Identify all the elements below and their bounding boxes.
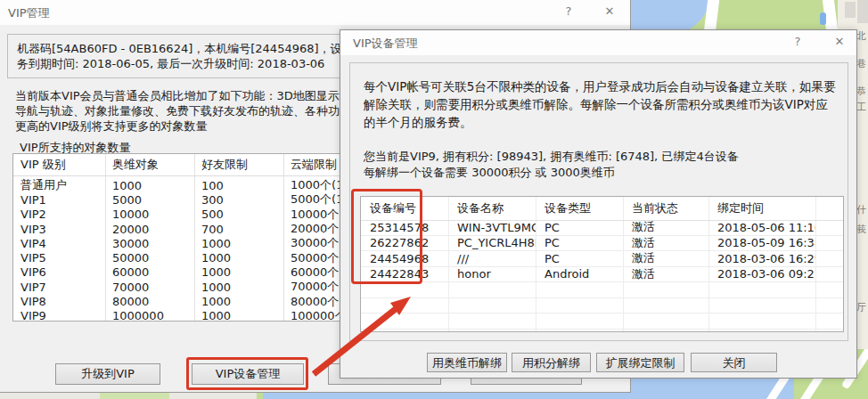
table-cell: VIP9 — [13, 309, 105, 322]
screen: 北 巷 恭 工 什 莪 厅 VIP管理 ? ✕ 机器码[54AB60FD - 0… — [0, 0, 868, 399]
map-building — [845, 2, 856, 18]
table-cell: 激活 — [623, 235, 708, 251]
map-street-label: 北 — [856, 29, 868, 43]
unbind-with-points-button[interactable]: 用积分解绑 — [512, 353, 591, 372]
table-cell: 1000 — [194, 295, 283, 308]
table-cell: 激活 — [623, 219, 708, 235]
table-cell: WIN-3VTL9MQ... — [448, 221, 536, 234]
table-row[interactable] — [361, 298, 843, 314]
table-cell: 激活 — [623, 250, 708, 266]
unbind-with-coin-button[interactable]: 用奥维币解绑 — [427, 353, 507, 372]
table-cell: 1000 — [194, 281, 283, 294]
table-cell: 80000 — [105, 295, 194, 308]
table-cell: VIP4 — [13, 237, 105, 250]
close-icon[interactable]: ✕ — [826, 33, 853, 51]
table-cell: 2018-03-06 16:29 — [708, 252, 815, 265]
help-icon[interactable]: ? — [555, 3, 582, 20]
column-header[interactable]: 好友限制 — [194, 157, 283, 173]
table-cell: /// — [448, 252, 536, 265]
table-cell: PC — [536, 252, 623, 265]
table-cell: honor — [448, 267, 536, 281]
close-icon[interactable]: ✕ — [596, 3, 623, 20]
column-header[interactable]: 当前状态 — [623, 200, 708, 216]
map-street-label: 恭 — [856, 85, 868, 98]
dialog-title: VIP设备管理 — [353, 36, 418, 52]
table-cell: 1000 — [194, 251, 283, 265]
table-cell: 100 — [194, 179, 283, 192]
extend-binding-limit-button[interactable]: 扩展绑定限制 — [596, 353, 684, 372]
help-icon[interactable]: ? — [784, 33, 811, 51]
table-row[interactable]: 26227862PC_YICRL4H8E...PC激活2018-05-09 16… — [361, 236, 843, 252]
map-street-label: 巷 — [856, 57, 868, 70]
annotation-box-device-id-column — [351, 189, 422, 284]
device-binding-description: 每个VIP帐号可关联5台不限种类的设备，用户登录成功后会自动与设备建立关联，如果… — [364, 77, 839, 131]
table-cell: VIP7 — [13, 281, 105, 294]
bound-device-table: 设备编号 设备名称 设备类型 当前状态 绑定时间 25314578WIN-3VT… — [360, 196, 844, 332]
table-cell: 2018-05-06 11:10 — [708, 221, 815, 234]
account-status-line: 您当前是VIP9, 拥有积分: [98943], 拥有奥维币: [6748], … — [364, 149, 739, 165]
column-header[interactable]: VIP 级别 — [13, 157, 105, 173]
window-titlebar: VIP管理 ? ✕ — [0, 0, 630, 25]
column-header[interactable]: 绑定时间 — [708, 200, 815, 216]
table-cell: 1000 — [194, 237, 283, 250]
table-cell: Android — [536, 267, 623, 281]
table-cell: 10000 — [105, 208, 194, 221]
table-cell: 20000 — [105, 223, 194, 236]
table-cell: 60000 — [105, 265, 194, 279]
table-cell: PC — [536, 221, 623, 234]
table-cell: 500 — [194, 208, 283, 221]
map-street-label: 莪 — [856, 223, 868, 236]
device-table-body: 25314578WIN-3VTL9MQ...PC激活2018-05-06 11:… — [361, 220, 843, 332]
table-cell: VIP3 — [13, 223, 105, 236]
map-street-label: 工 — [856, 101, 868, 114]
table-cell: VIP8 — [13, 295, 105, 308]
table-row[interactable] — [361, 314, 843, 330]
column-header[interactable]: 设备名称 — [448, 200, 536, 216]
table-cell: VIP2 — [13, 208, 105, 221]
table-cell: 700 — [194, 223, 283, 236]
table-row[interactable] — [361, 330, 843, 333]
table-cell: VIP1 — [13, 193, 105, 207]
table-row[interactable] — [361, 282, 843, 298]
table-cell: 1000 — [105, 179, 194, 192]
table-cell: 1000 — [194, 265, 283, 279]
column-header[interactable]: 奥维对象 — [105, 157, 194, 173]
table-cell: 50000 — [105, 251, 194, 265]
table-cell: VIP6 — [13, 265, 105, 279]
table-cell: 2018-05-09 16:38 — [708, 236, 815, 249]
dialog-titlebar: VIP设备管理 ? ✕ — [340, 30, 856, 55]
table-row[interactable]: 24454968///PC激活2018-03-06 16:29 — [361, 251, 843, 267]
table-header-row: 设备编号 设备名称 设备类型 当前状态 绑定时间 — [361, 197, 843, 220]
close-button[interactable]: 关闭 — [691, 353, 777, 372]
table-cell: PC — [536, 236, 623, 249]
table-cell: 70000 — [105, 281, 194, 294]
table-row[interactable]: 24422843honorAndroid激活2018-03-06 09:27 — [361, 267, 843, 283]
annotation-box-device-manage-button — [186, 357, 308, 390]
table-cell: 1000000 — [105, 309, 194, 322]
table-cell: 2018-03-06 09:27 — [708, 267, 815, 281]
unbind-cost-line: 每解绑一个设备需要 30000积分 或 3000奥维币 — [364, 165, 615, 181]
table-row[interactable]: 25314578WIN-3VTL9MQ...PC激活2018-05-06 11:… — [361, 220, 843, 236]
map-water-dot — [820, 12, 826, 25]
table-cell: VIP5 — [13, 251, 105, 265]
column-header[interactable]: 设备类型 — [536, 200, 623, 216]
map-street-label: 厅 — [856, 301, 868, 314]
map-building — [857, 0, 868, 23]
table-cell: 5000 — [105, 193, 194, 207]
table-cell: 30000 — [105, 237, 194, 250]
table-cell: PC_YICRL4H8E... — [448, 236, 536, 249]
table-cell: 300 — [194, 193, 283, 207]
upgrade-to-vip-button[interactable]: 升级到VIP — [55, 363, 160, 385]
dialog-content-panel: 每个VIP帐号可关联5台不限种类的设备，用户登录成功后会自动与设备建立关联，如果… — [349, 62, 848, 341]
window-title: VIP管理 — [8, 5, 50, 21]
table-cell: 激活 — [623, 266, 708, 282]
table-cell: 1000 — [194, 309, 283, 322]
map-street-label: 什 — [856, 203, 868, 216]
table-cell: 普通用户 — [13, 177, 105, 193]
